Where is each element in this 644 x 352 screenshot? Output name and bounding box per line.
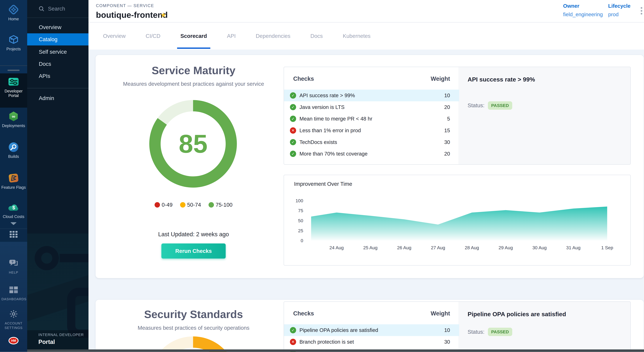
sidebar-item-admin[interactable]: Admin	[27, 92, 88, 104]
dashboards-icon	[8, 284, 19, 295]
check-weight: 20	[444, 104, 450, 110]
svg-text:∞: ∞	[12, 114, 15, 119]
sidebar-item-builds[interactable]: Builds	[0, 142, 27, 159]
chevron-down-icon	[10, 222, 17, 225]
check-label: Less than 1% error in prod	[300, 127, 444, 133]
x-axis-tick: 27 Aug	[431, 245, 445, 250]
sidebar-item-docs[interactable]: Docs	[27, 58, 88, 70]
check-row[interactable]: ✓ Mean time to merge PR < 48 hr 5	[284, 113, 459, 125]
sidebar-item-deployments[interactable]: ∞ Deployments	[0, 111, 27, 128]
check-label: API success rate > 99%	[300, 92, 444, 98]
sidebar-item-projects[interactable]: Projects	[0, 34, 27, 51]
module-picker-button[interactable]	[0, 231, 27, 238]
tab-api[interactable]: API	[227, 22, 236, 50]
favorite-star-icon[interactable]: ★	[160, 11, 166, 19]
check-row[interactable]: ✓ Pipeline OPA policies are satisfied 10	[284, 324, 459, 336]
x-axis-tick: 26 Aug	[397, 245, 412, 250]
sidebar-item-cloud-costs[interactable]: $ Cloud Costs	[0, 202, 27, 219]
x-axis-tick: 31 Aug	[566, 245, 580, 250]
search-button[interactable]: Search	[27, 3, 88, 14]
chart-title: Improvement Over Time	[294, 181, 352, 187]
help-chat-icon: ?	[8, 258, 19, 269]
sidebar-collapse-handle[interactable]	[8, 70, 20, 71]
portal-eyebrow: INTERNAL DEVELOPER	[38, 333, 84, 337]
check-label: Pipeline OPA policies are satisfied	[300, 327, 444, 333]
rerun-checks-button[interactable]: Rerun Checks	[162, 244, 226, 259]
check-passed-icon: ✓	[290, 139, 296, 145]
check-label: More than 70% test coverage	[300, 151, 444, 157]
scorecard-title: Security Standards	[96, 308, 292, 321]
legend-color-dot	[180, 202, 186, 208]
sidebar-item-label: Deployments	[2, 123, 25, 128]
tab-scorecard[interactable]: Scorecard	[180, 22, 207, 50]
sidebar-expand-chevron[interactable]	[0, 222, 27, 225]
breadcrumb: COMPONENT — SERVICE	[96, 3, 154, 8]
check-detail-title: API success rate > 99%	[468, 76, 535, 83]
sidebar-item-home[interactable]: Home	[0, 4, 27, 21]
x-axis-tick: 25 Aug	[363, 245, 378, 250]
sidebar-item-feature-flags[interactable]: Feature Flags	[0, 173, 27, 190]
check-row[interactable]: ✓ TechDocs exists 30	[284, 136, 459, 148]
tab-dependencies[interactable]: Dependencies	[256, 22, 290, 50]
status-badge: PASSED	[488, 328, 512, 336]
avatar: HM	[8, 337, 18, 345]
cloud-costs-icon: $	[8, 202, 19, 213]
scorecard-subtitle: Measures development best practices agai…	[96, 81, 292, 87]
sidebar-item-catalog[interactable]: Catalog	[27, 33, 88, 45]
sidebar-divider	[0, 65, 27, 66]
sidebar-item-self-service[interactable]: Self service	[27, 46, 88, 58]
check-weight: 20	[444, 151, 450, 157]
tab-ci-cd[interactable]: CI/CD	[146, 22, 160, 50]
scorecard-title: Service Maturity	[96, 64, 292, 77]
owner-block[interactable]: Owner field_engineering	[563, 3, 603, 17]
lifecycle-label: Lifecycle	[608, 3, 630, 9]
sidebar-item-apis[interactable]: APIs	[27, 70, 88, 82]
x-axis-tick: 29 Aug	[498, 245, 513, 250]
harness-home-icon	[8, 4, 19, 15]
score-gauge: 85	[149, 100, 237, 188]
check-row[interactable]: ✕ Less than 1% error in prod 15	[284, 125, 459, 136]
check-row[interactable]: ✓ API success rate > 99% 10	[284, 90, 459, 101]
check-row[interactable]: ✓ More than 70% test coverage 20	[284, 148, 459, 160]
check-weight: 5	[447, 116, 450, 122]
divider	[27, 88, 88, 88]
owner-value[interactable]: field_engineering	[563, 11, 603, 17]
check-label: Java version is LTS	[300, 104, 444, 110]
check-row[interactable]: ✓ Java version is LTS 20	[284, 101, 459, 113]
y-axis-tick: 75	[298, 208, 303, 213]
gear-icon	[8, 309, 19, 319]
y-axis-tick: 100	[296, 198, 303, 203]
check-failed-icon: ✕	[290, 127, 296, 134]
check-weight: 15	[444, 127, 450, 133]
feature-flags-icon	[8, 173, 19, 183]
more-options-button[interactable]	[638, 7, 644, 16]
horizontal-scrollbar[interactable]	[27, 350, 644, 352]
tab-docs[interactable]: Docs	[310, 22, 323, 50]
legend-item: 0-49	[154, 202, 172, 208]
divider	[27, 17, 88, 18]
check-passed-icon: ✓	[290, 327, 296, 333]
check-passed-icon: ✓	[290, 104, 296, 110]
y-axis-tick: 50	[298, 218, 303, 223]
check-passed-icon: ✓	[290, 151, 296, 157]
check-detail-panel: Pipeline OPA policies are satisfied Stat…	[458, 302, 630, 352]
x-axis-tick: 28 Aug	[465, 245, 479, 250]
sidebar-item-developer-portal[interactable]: Developer Portal	[0, 76, 27, 98]
tab-bar: OverviewCI/CDScorecardAPIDependenciesDoc…	[88, 22, 644, 50]
sidebar-item-dashboards[interactable]: DASHBOARDS	[0, 284, 27, 302]
page-title: boutique-frontend	[96, 10, 168, 20]
tab-kubernetes[interactable]: Kubernetes	[343, 22, 370, 50]
x-axis-tick: 30 Aug	[532, 245, 547, 250]
sidebar-item-overview[interactable]: Overview	[27, 21, 88, 33]
legend-item: 75-100	[208, 202, 232, 208]
weight-column-header: Weight	[284, 75, 450, 82]
entity-header: COMPONENT — SERVICE boutique-frontend ★ …	[88, 0, 644, 22]
check-row[interactable]: ✕ Branch protection is set 30	[284, 336, 459, 348]
user-avatar[interactable]: HM	[0, 337, 27, 345]
x-axis-tick: 24 Aug	[330, 245, 344, 250]
improvement-area-chart: 025507510024 Aug25 Aug26 Aug27 Aug28 Aug…	[284, 175, 630, 265]
tab-overview[interactable]: Overview	[103, 22, 126, 50]
legend-label: 0-49	[162, 202, 172, 208]
sidebar-item-account-settings[interactable]: ACCOUNT SETTINGS	[0, 309, 27, 330]
sidebar-item-help[interactable]: ? HELP	[0, 258, 27, 275]
